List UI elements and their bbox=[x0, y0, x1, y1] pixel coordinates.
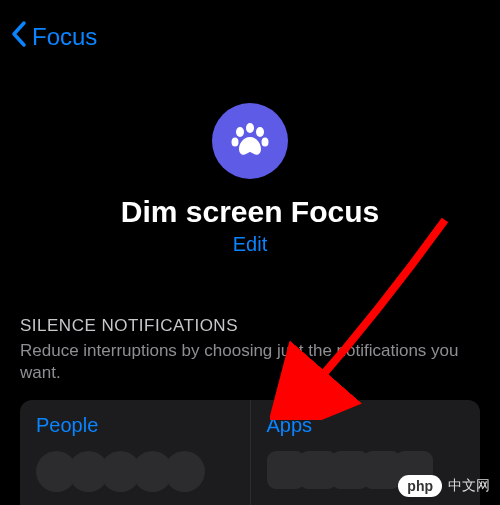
paw-icon bbox=[212, 103, 288, 179]
svg-point-2 bbox=[256, 127, 264, 137]
watermark-badge: php bbox=[398, 475, 442, 497]
avatar-placeholder bbox=[164, 451, 205, 492]
watermark-text: 中文网 bbox=[448, 477, 490, 495]
section-description: Reduce interruptions by choosing just th… bbox=[20, 340, 480, 384]
svg-point-1 bbox=[246, 123, 254, 133]
people-placeholders bbox=[36, 451, 234, 492]
focus-icon-container bbox=[0, 103, 500, 179]
svg-point-0 bbox=[236, 127, 244, 137]
people-card-title: People bbox=[36, 414, 234, 437]
edit-button[interactable]: Edit bbox=[0, 233, 500, 256]
chevron-left-icon bbox=[10, 20, 28, 53]
svg-point-4 bbox=[232, 138, 239, 147]
section-header: SILENCE NOTIFICATIONS bbox=[20, 316, 480, 336]
people-card[interactable]: People bbox=[20, 400, 251, 505]
apps-card-title: Apps bbox=[267, 414, 465, 437]
back-label: Focus bbox=[32, 23, 97, 51]
watermark: php 中文网 bbox=[398, 475, 490, 497]
focus-title: Dim screen Focus bbox=[0, 195, 500, 229]
svg-point-3 bbox=[262, 138, 269, 147]
back-nav[interactable]: Focus bbox=[0, 0, 500, 73]
